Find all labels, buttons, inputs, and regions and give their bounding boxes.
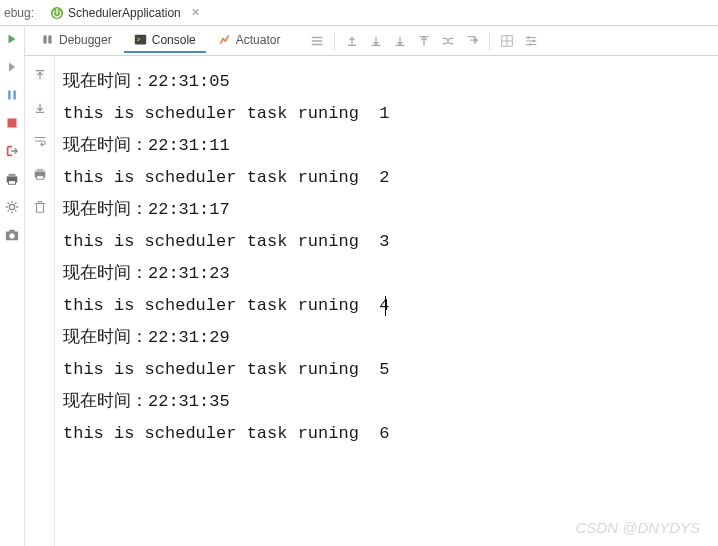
springboot-icon: [50, 6, 64, 20]
rerun-icon[interactable]: [5, 32, 19, 46]
run-config-tab[interactable]: SchedulerApplication ✕: [42, 4, 209, 22]
separator: [334, 32, 335, 50]
lines-icon[interactable]: [310, 34, 324, 48]
svg-rect-6: [9, 181, 16, 185]
stop-icon[interactable]: [5, 116, 19, 130]
console-label: Console: [152, 33, 196, 47]
console-toolbar: [310, 32, 538, 50]
svg-point-15: [528, 36, 531, 39]
debugger-label: Debugger: [59, 33, 112, 47]
console-icon: [134, 33, 147, 46]
play-icon[interactable]: [5, 60, 19, 74]
svg-point-16: [533, 39, 536, 42]
svg-point-7: [9, 204, 14, 209]
text-cursor: [385, 296, 386, 316]
console-side-gutter: [25, 56, 55, 546]
grid-icon[interactable]: [500, 34, 514, 48]
console-line: this is scheduler task runing 3: [63, 226, 710, 258]
console-line: 现在时间：22:31:35: [63, 386, 710, 418]
console-line: 现在时间：22:31:29: [63, 322, 710, 354]
console-area: 现在时间：22:31:05this is scheduler task runi…: [25, 56, 718, 546]
content-panel: Debugger Console Actuator: [25, 26, 718, 546]
scroll-down-icon[interactable]: [31, 99, 49, 117]
pause-icon[interactable]: [5, 88, 19, 102]
svg-rect-11: [43, 35, 46, 43]
svg-rect-19: [36, 169, 43, 173]
console-line: this is scheduler task runing 1: [63, 98, 710, 130]
debug-subtabs: Debugger Console Actuator: [25, 26, 718, 56]
exit-icon[interactable]: [5, 144, 19, 158]
console-line: 现在时间：22:31:23: [63, 258, 710, 290]
export-icon[interactable]: [465, 34, 479, 48]
print-icon[interactable]: [5, 172, 19, 186]
scroll-up-icon[interactable]: [31, 66, 49, 84]
run-config-title: SchedulerApplication: [68, 6, 181, 20]
svg-rect-20: [36, 176, 43, 180]
print2-icon[interactable]: [31, 165, 49, 183]
svg-rect-3: [8, 119, 17, 128]
svg-rect-2: [14, 91, 16, 100]
wrap-icon[interactable]: [31, 132, 49, 150]
up-stack-icon[interactable]: [345, 34, 359, 48]
svg-point-17: [529, 43, 532, 46]
camera-icon[interactable]: [5, 228, 19, 242]
debug-label: ebug:: [2, 6, 42, 20]
settings-icon[interactable]: [5, 200, 19, 214]
tab-console[interactable]: Console: [124, 29, 206, 53]
console-line: this is scheduler task runing 2: [63, 162, 710, 194]
console-line: this is scheduler task runing 4: [63, 290, 710, 322]
actuator-label: Actuator: [236, 33, 281, 47]
tab-debugger[interactable]: Debugger: [31, 29, 122, 53]
svg-rect-10: [9, 230, 14, 233]
svg-rect-12: [48, 35, 51, 43]
tab-actuator[interactable]: Actuator: [208, 29, 291, 53]
down2-icon[interactable]: [393, 34, 407, 48]
actuator-icon: [218, 33, 231, 46]
close-tab-icon[interactable]: ✕: [191, 6, 200, 19]
main-area: Debugger Console Actuator: [0, 26, 718, 546]
sliders-icon[interactable]: [524, 34, 538, 48]
console-output[interactable]: 现在时间：22:31:05this is scheduler task runi…: [55, 56, 718, 546]
down-icon[interactable]: [369, 34, 383, 48]
svg-rect-5: [9, 174, 16, 178]
debugger-icon: [41, 33, 54, 46]
console-line: 现在时间：22:31:11: [63, 130, 710, 162]
console-line: 现在时间：22:31:05: [63, 66, 710, 98]
left-tool-gutter: [0, 26, 25, 546]
clear-icon[interactable]: [31, 198, 49, 216]
console-line: 现在时间：22:31:17: [63, 194, 710, 226]
shuffle-icon[interactable]: [441, 34, 455, 48]
console-line: this is scheduler task runing 5: [63, 354, 710, 386]
svg-point-9: [9, 233, 14, 238]
svg-rect-1: [8, 91, 10, 100]
console-line: this is scheduler task runing 6: [63, 418, 710, 450]
separator: [489, 32, 490, 50]
up2-icon[interactable]: [417, 34, 431, 48]
top-bar: ebug: SchedulerApplication ✕: [0, 0, 718, 26]
